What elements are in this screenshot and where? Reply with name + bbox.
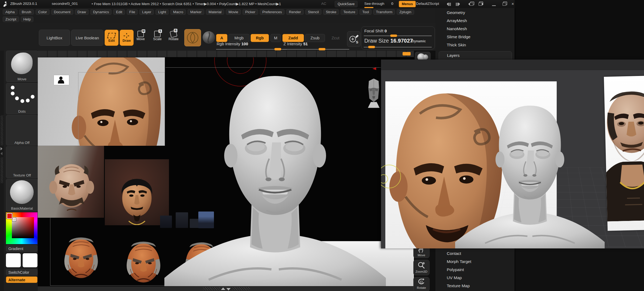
tray-item-arraymesh[interactable]: ArrayMesh [447,18,467,23]
tray-collapse-left-icon[interactable] [445,1,452,7]
menu-material[interactable]: Material [206,9,224,15]
menu-movie[interactable]: Movie [226,9,241,15]
tray-down-arrow-icon[interactable] [226,288,231,290]
reference-overlay-window[interactable] [381,60,644,248]
layers-header[interactable]: Layers [447,53,460,58]
menu-stroke[interactable]: Stroke [323,9,339,15]
menu-picker[interactable]: Picker [243,9,258,15]
color-sv-square[interactable] [12,217,34,238]
tray-collapse-right-icon[interactable] [454,1,461,7]
tray-item-geometry[interactable]: Geometry [447,10,465,15]
stroke-preview-sphere[interactable] [203,31,215,44]
gradient-button[interactable]: Gradient [6,245,37,252]
tray-item-uv-map[interactable]: UV Map [447,275,462,280]
menu-zplugin[interactable]: Zplugin [397,9,414,15]
tray-item-slime-bridge[interactable]: Slime Bridge [447,34,470,39]
lightbox-button[interactable]: LightBox [39,30,70,46]
z-intensity-track[interactable] [283,49,349,50]
focal-shift-thumb[interactable] [390,34,397,37]
focal-shift-track[interactable] [364,36,432,36]
menu-texture[interactable]: Texture [341,9,358,15]
canvas-zoom3d-button[interactable]: Zoom3D [413,260,430,275]
color-sv-cursor[interactable] [12,218,16,221]
color-picker[interactable] [6,212,37,244]
tray-item-morph-target[interactable]: Morph Target [447,259,471,264]
sculpt-head-model[interactable] [164,64,386,291]
zsub-button[interactable]: Zsub [305,34,325,42]
tray-up-arrow-icon[interactable] [221,287,225,290]
mrgb-button[interactable]: Mrgb [228,34,250,42]
menu-transform[interactable]: Transform [373,9,395,15]
canvas-scroll-thumb[interactable] [403,52,411,56]
z-intensity-thumb[interactable] [318,48,326,50]
menu-file[interactable]: File [127,9,138,15]
a-toggle-button[interactable]: A [216,34,227,42]
menu-marker[interactable]: Marker [188,9,204,15]
tray-item-polypaint[interactable]: Polypaint [447,267,464,272]
menu-document[interactable]: Document [51,9,73,15]
menu-help[interactable]: Help [21,16,34,22]
menu-dynamics[interactable]: Dynamics [90,9,112,15]
zadd-button[interactable]: Zadd [282,34,304,42]
restore-icon[interactable] [501,1,508,7]
current-brush-button[interactable] [184,29,201,46]
edit-mode-button[interactable]: Edit [105,30,119,46]
menu-edit[interactable]: Edit [113,9,125,15]
divider-close-arrow-icon[interactable] [1,152,2,155]
document-canvas[interactable] [38,51,414,291]
menu-preferences[interactable]: Preferences [260,9,285,15]
material-quick-thumbnail[interactable] [415,52,431,60]
divider-grip-bottom[interactable] [1,157,3,183]
menu-render[interactable]: Render [286,9,303,15]
tray-item-contact[interactable]: Contact [447,251,461,256]
see-through-label[interactable]: See-through [364,2,384,6]
alpha-selector[interactable]: Alpha Off [6,115,38,146]
menus-toggle-button[interactable]: Menus [399,1,416,7]
menu-draw[interactable]: Draw [75,9,89,15]
menu-alpha[interactable]: Alpha [3,9,18,15]
switch-color-button[interactable]: SwitchColor [6,269,37,275]
draw-size-thumb[interactable] [368,46,375,48]
menu-layer[interactable]: Layer [139,9,154,15]
bottom-grip-right[interactable] [232,287,250,290]
secondary-color-swatch[interactable] [23,253,37,267]
canvas-rotate-button[interactable]: Rotate [413,277,430,291]
alternate-button[interactable]: Alternate [6,276,37,283]
zcut-button[interactable]: Zcut [327,34,344,42]
texture-selector[interactable]: Texture Off [6,146,38,178]
dynamic-toggle[interactable]: Dynamic [412,39,426,43]
brush-selector-move[interactable]: Move [6,51,38,82]
divider-open-arrow-icon[interactable] [1,147,2,150]
quicksave-button[interactable]: QuickSave [335,1,358,7]
tray-item-nanomesh[interactable]: NanoMesh [447,26,467,31]
menu-stencil[interactable]: Stencil [305,9,322,15]
move-gizmo-button[interactable]: M Move [135,31,147,41]
default-zscript-button[interactable]: DefaultZScript [416,2,439,6]
rotate-gizmo-button[interactable]: R Rotate [168,31,179,41]
stroke-selector-dots[interactable]: Dots [6,83,38,114]
live-boolean-button[interactable]: Live Boolean [71,30,103,46]
rgb-intensity-thumb[interactable] [274,48,281,50]
m-button[interactable]: M [271,34,281,42]
window-stack-right-icon[interactable] [477,1,484,7]
draw-size-widget-button[interactable]: S [347,31,361,47]
menu-macro[interactable]: Macro [170,9,186,15]
draw-mode-button[interactable]: Draw [120,30,134,46]
menu-light[interactable]: Light [155,9,169,15]
scale-gizmo-button[interactable]: S Scale [151,31,163,41]
window-stack-left-icon[interactable] [467,1,474,7]
image-thumbnail[interactable] [54,75,69,85]
menu-color[interactable]: Color [36,9,50,15]
rgb-button[interactable]: Rgb [251,34,269,42]
divider-grip-top[interactable] [1,115,3,146]
left-tray-divider[interactable] [0,51,4,291]
menu-brush[interactable]: Brush [19,9,34,15]
main-color-swatch[interactable] [6,253,21,267]
menu-zscript[interactable]: Zscript [3,16,19,22]
menu-tool[interactable]: Tool [359,9,372,15]
material-selector[interactable]: BasicMaterial [6,179,38,211]
canvas-top-scrollbar[interactable] [38,51,414,57]
bottom-grip-left[interactable] [203,287,220,290]
tray-item-texture-map[interactable]: Texture Map [447,283,470,288]
tray-item-thick-skin[interactable]: Thick Skin [447,43,466,47]
